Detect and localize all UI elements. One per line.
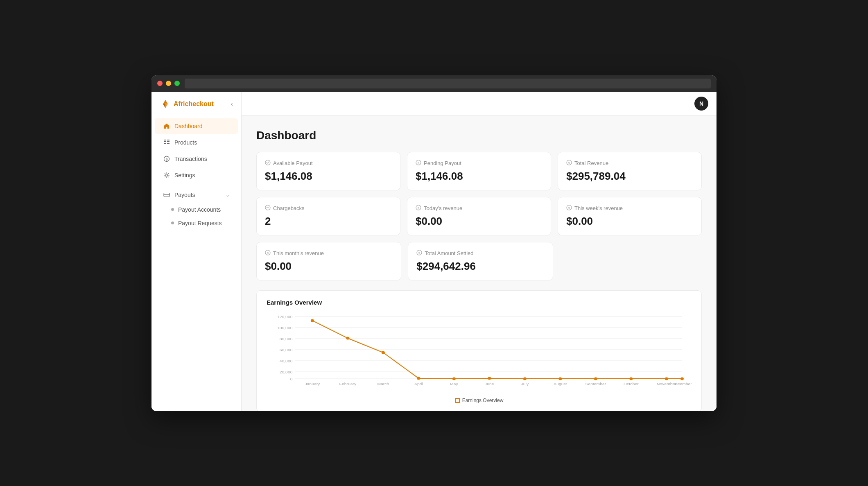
- payouts-left: Payouts: [163, 191, 195, 199]
- sidebar-item-transactions[interactable]: $ Transactions: [155, 151, 238, 167]
- svg-text:$: $: [418, 206, 420, 210]
- main-content: Dashboard Available Payout: [242, 116, 717, 411]
- stat-card-total-amount-settled: $ Total Amount Settled $294,642.96: [408, 242, 553, 280]
- svg-text:120,000: 120,000: [277, 314, 293, 319]
- this-weeks-revenue-value: $0.00: [566, 215, 693, 228]
- dollar-circle-icon: $: [416, 160, 421, 167]
- svg-rect-2: [164, 143, 166, 144]
- chart-legend: Earnings Overview: [267, 398, 692, 403]
- stat-card-this-months-revenue: $ This month's revenue $0.00: [256, 242, 401, 280]
- check-circle-icon: [265, 160, 271, 167]
- total-amount-settled-label: Total Amount Settled: [425, 250, 473, 256]
- url-bar[interactable]: [185, 79, 711, 88]
- home-icon: [163, 122, 170, 130]
- svg-text:April: April: [414, 382, 423, 386]
- maximize-button[interactable]: [174, 81, 180, 86]
- svg-text:December: December: [672, 382, 692, 386]
- svg-point-41: [346, 337, 349, 339]
- svg-rect-9: [164, 193, 170, 197]
- stat-label-row: $ This month's revenue: [265, 250, 393, 257]
- svg-text:June: June: [485, 382, 494, 386]
- payouts-section: Payouts ⌄ Payout Accounts Payout Request…: [151, 187, 241, 230]
- sidebar-item-products-label: Products: [174, 139, 197, 146]
- svg-text:July: July: [521, 382, 529, 386]
- sidebar-item-settings[interactable]: Settings: [155, 167, 238, 183]
- svg-text:August: August: [554, 382, 567, 386]
- svg-text:September: September: [585, 382, 607, 386]
- chart-container: 120,000 100,000 80,000 60,000 40,000 20,…: [267, 312, 692, 394]
- sidebar-item-dashboard[interactable]: Dashboard: [155, 118, 238, 134]
- sidebar-item-payout-accounts[interactable]: Payout Accounts: [163, 203, 238, 216]
- topbar: N: [242, 92, 717, 116]
- sidebar-item-products[interactable]: Products: [155, 135, 238, 150]
- total-revenue-label: Total Revenue: [574, 160, 608, 166]
- sidebar-item-dashboard-label: Dashboard: [174, 123, 203, 129]
- svg-text:$: $: [418, 161, 420, 165]
- stat-label-row: Available Payout: [265, 160, 392, 167]
- svg-text:60,000: 60,000: [280, 348, 293, 352]
- chargebacks-value: 2: [265, 215, 392, 228]
- chart-title: Earnings Overview: [267, 299, 692, 306]
- svg-point-44: [452, 377, 456, 380]
- earnings-chart-section: Earnings Overview 120,000: [256, 290, 702, 411]
- this-weeks-revenue-label: This week's revenue: [574, 205, 623, 211]
- svg-rect-3: [167, 140, 170, 140]
- stat-card-pending-payout: $ Pending Payout $1,146.08: [407, 152, 551, 190]
- svg-text:80,000: 80,000: [280, 337, 293, 341]
- user-avatar[interactable]: N: [694, 97, 708, 111]
- minus-circle-icon: [265, 205, 271, 212]
- dollar-circle-icon-3: $: [416, 205, 421, 212]
- svg-point-51: [680, 377, 684, 380]
- stat-card-todays-revenue: $ Today's revenue $0.00: [407, 197, 551, 235]
- total-revenue-value: $295,789.04: [566, 170, 693, 183]
- traffic-lights: [157, 81, 180, 86]
- minimize-button[interactable]: [166, 81, 171, 86]
- legend-color-box: [455, 398, 460, 403]
- payout-requests-label: Payout Requests: [178, 220, 222, 226]
- svg-point-40: [311, 319, 314, 322]
- svg-point-45: [488, 377, 491, 380]
- svg-point-47: [558, 377, 562, 380]
- sidebar-item-transactions-label: Transactions: [174, 156, 207, 162]
- available-payout-value: $1,146.08: [265, 170, 392, 183]
- svg-point-11: [265, 160, 270, 165]
- svg-text:January: January: [305, 382, 320, 386]
- sidebar-item-payout-requests[interactable]: Payout Requests: [163, 217, 238, 230]
- svg-text:$: $: [267, 251, 269, 255]
- payouts-children: Payout Accounts Payout Requests: [160, 203, 241, 230]
- settings-icon: [163, 172, 170, 179]
- dollar-icon: $: [163, 155, 170, 163]
- stat-card-total-revenue: $ Total Revenue $295,789.04: [558, 152, 702, 190]
- earnings-chart: 120,000 100,000 80,000 60,000 40,000 20,…: [267, 312, 692, 394]
- svg-point-46: [523, 377, 527, 380]
- dot-icon: [171, 222, 174, 224]
- payout-accounts-label: Payout Accounts: [178, 206, 221, 213]
- collapse-sidebar-button[interactable]: ‹: [231, 100, 233, 108]
- svg-text:40,000: 40,000: [280, 359, 293, 363]
- svg-point-42: [382, 351, 385, 354]
- svg-text:0: 0: [290, 377, 293, 381]
- svg-text:$: $: [165, 157, 167, 161]
- total-amount-settled-value: $294,642.96: [416, 260, 544, 273]
- dollar-circle-icon-5: $: [265, 250, 271, 257]
- dollar-circle-icon-6: $: [416, 250, 422, 257]
- page-title: Dashboard: [256, 129, 702, 142]
- close-button[interactable]: [157, 81, 163, 86]
- this-months-revenue-value: $0.00: [265, 260, 393, 273]
- card-icon: [163, 191, 170, 199]
- chargebacks-label: Chargebacks: [273, 205, 305, 211]
- app-body: Africheckout ‹ Dashboard: [151, 92, 717, 411]
- todays-revenue-label: Today's revenue: [424, 205, 462, 211]
- svg-point-43: [417, 377, 420, 380]
- svg-text:February: February: [339, 382, 357, 386]
- payouts-parent[interactable]: Payouts ⌄: [155, 187, 238, 203]
- svg-point-49: [629, 377, 633, 380]
- stat-card-this-weeks-revenue: $ This week's revenue $0.00: [558, 197, 702, 235]
- stat-card-available-payout: Available Payout $1,146.08: [256, 152, 400, 190]
- this-months-revenue-label: This month's revenue: [273, 250, 324, 256]
- stats-grid-row3: $ This month's revenue $0.00: [256, 242, 553, 280]
- dollar-circle-icon-2: $: [566, 160, 572, 167]
- stat-label-row: $ Today's revenue: [416, 205, 542, 212]
- titlebar: [151, 75, 717, 92]
- svg-text:20,000: 20,000: [280, 370, 293, 374]
